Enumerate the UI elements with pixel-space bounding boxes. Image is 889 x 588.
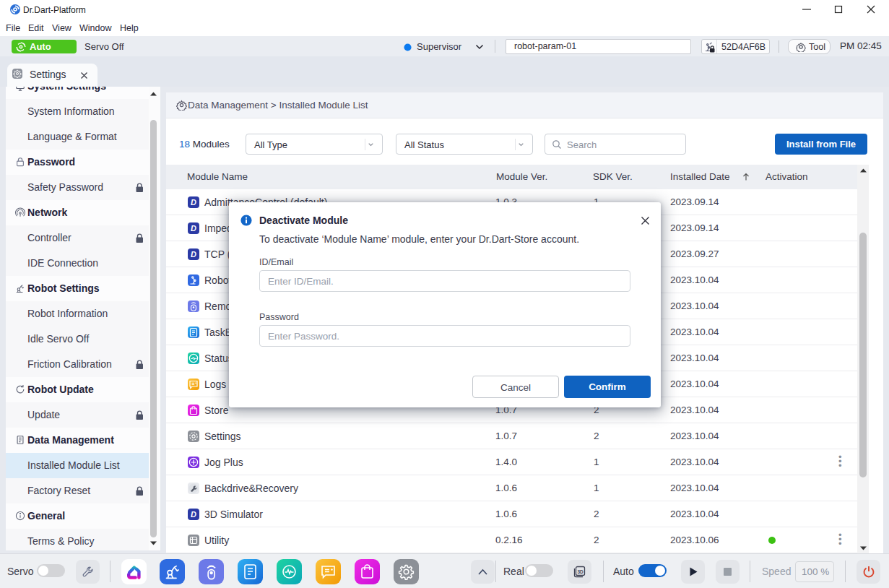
svg-text:D: D [191, 224, 196, 233]
svg-text:D: D [191, 510, 196, 519]
svg-text:3D: 3D [578, 569, 584, 574]
svg-text:D: D [191, 250, 196, 259]
svg-text:D: D [191, 198, 196, 207]
